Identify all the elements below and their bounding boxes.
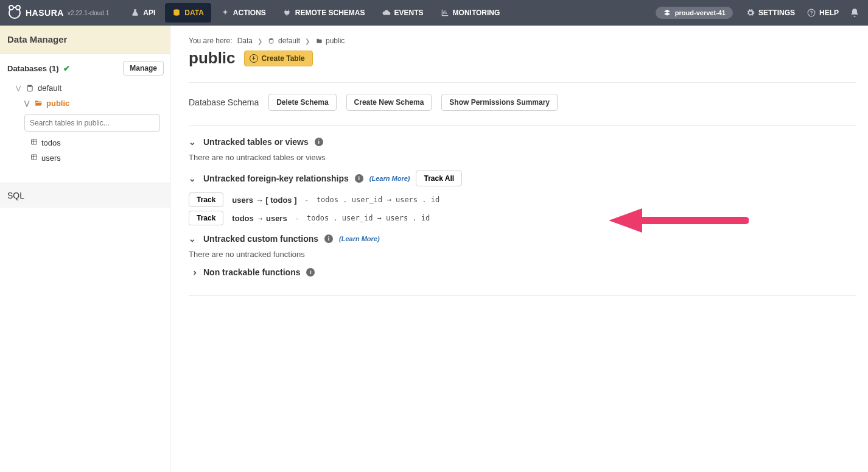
rel-via: todos . user_id → users . id (317, 195, 439, 204)
plug-icon (283, 9, 292, 17)
nav-item-remote-schemas[interactable]: REMOTE SCHEMAS (275, 0, 374, 26)
fk-relationship-row: Track todos → users - todos . user_id → … (189, 211, 856, 225)
main-content: You are here: Data ❯ default ❯ public pu… (170, 26, 868, 472)
sec-title: Untracked custom functions (203, 234, 318, 244)
svg-text:?: ? (810, 10, 813, 16)
svg-rect-4 (32, 139, 37, 144)
nav-settings[interactable]: SETTINGS (740, 9, 801, 17)
section-untracked-fk: ⌄ Untracked foreign-key relationships i … (189, 171, 856, 225)
project-pill[interactable]: proud-vervet-41 (656, 7, 733, 19)
chevron-down-icon[interactable]: ⌄ (189, 234, 197, 244)
breadcrumb: You are here: Data ❯ default ❯ public (189, 37, 856, 45)
database-icon (172, 9, 181, 17)
chevron-down-icon[interactable]: ⌄ (189, 174, 197, 183)
sec-title: Non trackable functions (203, 267, 300, 277)
section-untracked-functions: ⌄ Untracked custom functions i (Learn Mo… (189, 234, 856, 259)
track-all-button[interactable]: Track All (416, 171, 462, 186)
info-icon: i (306, 268, 315, 277)
cloud-icon (382, 9, 391, 17)
database-icon (26, 84, 34, 93)
sec-title: Untracked tables or views (203, 137, 309, 147)
chevron-right-icon: ❯ (305, 38, 310, 44)
chevron-right-icon: ❯ (257, 38, 262, 44)
hasura-logo-icon (9, 7, 21, 19)
sidebar-title: Data Manager (0, 26, 170, 54)
svg-point-10 (270, 38, 273, 40)
svg-rect-7 (32, 155, 37, 160)
svg-point-3 (27, 85, 32, 87)
chart-icon (441, 9, 449, 17)
breadcrumb-prefix: You are here: (189, 37, 233, 45)
brand: HASURA (9, 7, 64, 19)
track-button[interactable]: Track (189, 192, 223, 207)
plus-circle-icon: + (250, 54, 258, 63)
track-button[interactable]: Track (189, 211, 223, 225)
tree-database[interactable]: ⋁ default (4, 80, 166, 96)
stack-icon (663, 9, 671, 17)
nav-item-events[interactable]: EVENTS (374, 0, 432, 26)
permissions-summary-button[interactable]: Show Permissions Summary (441, 94, 558, 111)
table-search (24, 114, 160, 132)
nav-label: ACTIONS (233, 9, 266, 17)
check-icon: ✔ (63, 64, 70, 73)
search-input[interactable] (24, 114, 160, 132)
chevron-right-icon[interactable]: ⌄ (188, 268, 198, 277)
nav-item-monitoring[interactable]: MONITORING (432, 0, 509, 26)
table-label: users (41, 153, 61, 163)
help-label: HELP (819, 9, 839, 17)
databases-header: Databases (1) ✔ Manage (0, 54, 170, 80)
divider (189, 295, 856, 296)
project-name: proud-vervet-41 (675, 9, 726, 16)
nav-label: MONITORING (453, 9, 500, 17)
section-untracked-tables: ⌄ Untracked tables or views i There are … (189, 137, 856, 162)
bell-icon[interactable] (850, 8, 859, 18)
learn-more-link[interactable]: (Learn More) (339, 235, 380, 242)
schema-label: Database Schema (189, 97, 259, 107)
flask-icon (131, 9, 139, 17)
top-nav: HASURA v2.22.1-cloud.1 API DATA ACTIONS … (0, 0, 868, 26)
nav-items: API DATA ACTIONS REMOTE SCHEMAS EVENTS M… (122, 0, 508, 26)
sql-link[interactable]: SQL (0, 183, 170, 208)
help-icon: ? (807, 9, 816, 17)
sidebar: Data Manager Databases (1) ✔ Manage ⋁ de… (0, 26, 170, 472)
db-tree: ⋁ default ⋁ public todos users (0, 80, 170, 172)
gear-icon (746, 9, 755, 17)
table-icon (30, 138, 38, 147)
nav-label: EVENTS (394, 9, 424, 17)
nav-item-actions[interactable]: ACTIONS (212, 0, 275, 26)
page-title: public (189, 49, 236, 68)
create-schema-button[interactable]: Create New Schema (346, 94, 432, 111)
nav-item-data[interactable]: DATA (165, 3, 211, 23)
learn-more-link[interactable]: (Learn More) (369, 175, 410, 182)
delete-schema-button[interactable]: Delete Schema (268, 94, 336, 111)
empty-functions-text: There are no untracked functions (189, 250, 856, 259)
create-table-button[interactable]: + Create Table (244, 51, 313, 66)
tree-database-label: default (38, 83, 61, 93)
tree-schema[interactable]: ⋁ public (4, 96, 166, 111)
info-icon: i (324, 234, 333, 243)
section-non-trackable: ⌄ Non trackable functions i (189, 267, 856, 277)
dash: - (296, 214, 298, 223)
sparkle-icon (221, 9, 229, 17)
chevron-down-icon: ⋁ (24, 100, 30, 107)
nav-item-api[interactable]: API (122, 0, 164, 26)
table-label: todos (41, 138, 61, 147)
tree-table-todos[interactable]: todos (4, 135, 166, 150)
breadcrumb-data[interactable]: Data (237, 37, 253, 45)
chevron-down-icon: ⋁ (16, 85, 22, 91)
nav-label: REMOTE SCHEMAS (295, 9, 365, 17)
divider (189, 125, 856, 126)
rel-name: users → [ todos ] (232, 195, 296, 205)
brand-name: HASURA (26, 8, 64, 18)
chevron-down-icon[interactable]: ⌄ (189, 137, 197, 147)
breadcrumb-default[interactable]: default (267, 37, 300, 45)
nav-label: DATA (184, 9, 204, 17)
nav-help[interactable]: ? HELP (801, 9, 845, 17)
folder-icon (315, 37, 323, 45)
breadcrumb-public[interactable]: public (315, 37, 345, 45)
tree-schema-label: public (46, 99, 69, 108)
manage-button[interactable]: Manage (123, 61, 164, 76)
version-text: v2.22.1-cloud.1 (68, 10, 109, 16)
rel-via: todos . user_id → users . id (307, 214, 430, 222)
tree-table-users[interactable]: users (4, 150, 166, 166)
